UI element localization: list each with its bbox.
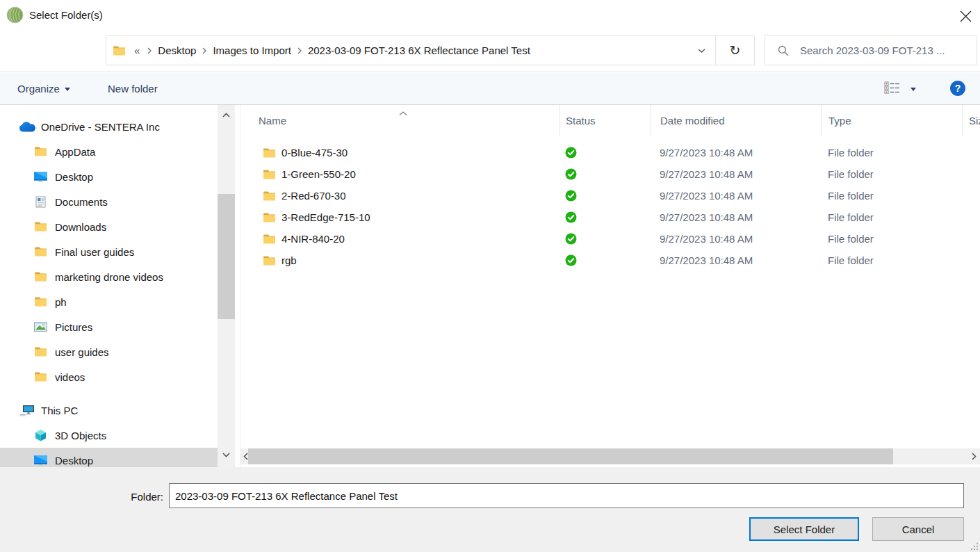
column-header-status[interactable]: Status bbox=[559, 105, 651, 136]
desktop-icon bbox=[33, 171, 48, 182]
file-type: File folder bbox=[821, 168, 962, 180]
search-input[interactable] bbox=[799, 44, 977, 57]
status-synced-icon bbox=[565, 211, 577, 223]
select-folders-dialog: Select Folder(s) ← → ↑ « bbox=[0, 0, 980, 552]
tree-item-icon bbox=[32, 455, 49, 466]
file-date-modified: 9/27/2023 10:48 AM bbox=[651, 233, 821, 245]
scroll-up-button[interactable] bbox=[218, 108, 235, 122]
file-row[interactable]: 0-Blue-475-30 9/27/2023 10:48 AM File fo… bbox=[240, 142, 980, 163]
cancel-button[interactable]: Cancel bbox=[872, 517, 964, 541]
tree-item-icon bbox=[32, 147, 49, 156]
address-dropdown-button[interactable] bbox=[698, 49, 705, 53]
file-name: 3-RedEdge-715-10 bbox=[281, 211, 370, 223]
file-row[interactable]: 2-Red-670-30 9/27/2023 10:48 AM File fol… bbox=[240, 185, 980, 206]
breadcrumb-label[interactable]: 2023-03-09 FOT-213 6X Reflectance Panel … bbox=[308, 44, 530, 56]
folder-icon bbox=[35, 347, 47, 357]
breadcrumb-item[interactable]: 2023-03-09 FOT-213 6X Reflectance Panel … bbox=[291, 44, 530, 56]
help-button[interactable]: ? bbox=[949, 80, 966, 97]
change-view-button[interactable] bbox=[884, 81, 900, 96]
chevron-up-icon bbox=[222, 113, 230, 117]
file-type: File folder bbox=[821, 211, 962, 223]
tree-item[interactable]: This PC bbox=[0, 398, 218, 423]
breadcrumb-overflow-indicator[interactable]: « bbox=[134, 44, 140, 56]
tree-item[interactable]: videos bbox=[0, 364, 218, 389]
column-header-type[interactable]: Type bbox=[821, 105, 962, 136]
tree-item[interactable]: marketing drone videos bbox=[0, 264, 218, 289]
file-date-modified: 9/27/2023 10:48 AM bbox=[651, 147, 821, 159]
organize-label: Organize bbox=[17, 83, 60, 95]
tree-item-icon bbox=[32, 347, 49, 357]
tree-item-icon bbox=[18, 405, 35, 416]
tree-item[interactable]: AppData bbox=[0, 139, 218, 164]
list-view-icon bbox=[884, 81, 900, 94]
chevron-right-icon bbox=[972, 453, 977, 460]
dialog-footer: Folder: Select Folder Cancel bbox=[0, 467, 980, 552]
select-folder-button[interactable]: Select Folder bbox=[749, 517, 859, 541]
breadcrumb-label[interactable]: Desktop bbox=[158, 44, 196, 56]
tree-item-label: 3D Objects bbox=[55, 430, 106, 441]
file-row[interactable]: 4-NIR-840-20 9/27/2023 10:48 AM File fol… bbox=[240, 228, 980, 250]
folder-icon bbox=[263, 234, 275, 244]
refresh-icon: ↻ bbox=[730, 42, 741, 58]
folder-icon bbox=[263, 256, 275, 266]
tree-item[interactable]: Pictures bbox=[0, 314, 218, 339]
command-toolbar: Organize New folder ? bbox=[0, 72, 980, 105]
svg-text:?: ? bbox=[955, 83, 961, 94]
folder-icon bbox=[35, 247, 47, 257]
folder-input[interactable] bbox=[169, 483, 964, 508]
file-row[interactable]: 1-Green-550-20 9/27/2023 10:48 AM File f… bbox=[240, 163, 980, 185]
resize-grip[interactable] bbox=[971, 543, 978, 550]
tree-item-icon bbox=[32, 322, 49, 332]
tree-item[interactable]: ph bbox=[0, 289, 218, 314]
tree-item-icon bbox=[32, 297, 49, 307]
address-bar[interactable]: « Desktop Images to Import 2023-03-09 F bbox=[106, 35, 716, 65]
scroll-right-button[interactable] bbox=[969, 448, 979, 464]
tree-item[interactable]: Desktop bbox=[0, 448, 218, 467]
tree-item[interactable]: Documents bbox=[0, 189, 218, 214]
file-date-modified: 9/27/2023 10:48 AM bbox=[651, 190, 821, 202]
column-header-date-modified[interactable]: Date modified bbox=[651, 105, 821, 136]
search-box[interactable] bbox=[765, 35, 977, 65]
tree-item[interactable]: 3D Objects bbox=[0, 423, 218, 448]
new-folder-label: New folder bbox=[108, 83, 158, 95]
view-options-dropdown[interactable] bbox=[910, 88, 916, 91]
tree-item[interactable]: OneDrive - SENTERA Inc bbox=[0, 114, 218, 139]
tree-item-icon bbox=[32, 247, 49, 257]
status-synced-icon bbox=[565, 233, 577, 245]
tree-item[interactable]: Desktop bbox=[0, 164, 218, 189]
address-folder-icon bbox=[113, 46, 125, 56]
refresh-button[interactable]: ↻ bbox=[715, 35, 755, 65]
tree-items: OneDrive - SENTERA Inc bbox=[0, 105, 240, 467]
tree-item[interactable]: Final user guides bbox=[0, 239, 218, 264]
horizontal-scrollbar-thumb[interactable] bbox=[248, 448, 893, 464]
tree-item[interactable]: Downloads bbox=[0, 214, 218, 239]
folder-icon bbox=[35, 222, 47, 232]
this-pc-icon bbox=[19, 405, 35, 416]
file-type: File folder bbox=[821, 147, 962, 159]
pictures-icon bbox=[34, 322, 47, 332]
file-name: 2-Red-670-30 bbox=[281, 190, 346, 202]
tree-item-label: AppData bbox=[55, 146, 95, 158]
file-row[interactable]: rgb 9/27/2023 10:48 AM File folder bbox=[240, 250, 980, 271]
column-header-size[interactable]: Size bbox=[962, 105, 980, 136]
sidebar-scrollbar[interactable] bbox=[218, 105, 235, 467]
tree-item[interactable]: user guides bbox=[0, 339, 218, 364]
onedrive-icon bbox=[19, 122, 35, 132]
file-row[interactable]: 3-RedEdge-715-10 9/27/2023 10:48 AM File… bbox=[240, 206, 980, 228]
breadcrumb-item[interactable]: Images to Import bbox=[196, 44, 291, 56]
tree-item-label: Desktop bbox=[55, 171, 93, 183]
sidebar-scrollbar-thumb[interactable] bbox=[218, 194, 235, 319]
file-name: 4-NIR-840-20 bbox=[281, 233, 345, 245]
scroll-down-button[interactable] bbox=[218, 448, 235, 462]
close-icon bbox=[960, 10, 972, 22]
close-button[interactable] bbox=[956, 7, 974, 25]
organize-button[interactable]: Organize bbox=[17, 72, 70, 104]
tree-item-icon bbox=[32, 222, 49, 232]
navigation-pane: OneDrive - SENTERA Inc bbox=[0, 105, 240, 467]
new-folder-button[interactable]: New folder bbox=[108, 72, 158, 104]
breadcrumb-label[interactable]: Images to Import bbox=[213, 44, 291, 56]
breadcrumb-item[interactable]: Desktop bbox=[140, 44, 196, 56]
file-name: 0-Blue-475-30 bbox=[281, 147, 348, 159]
horizontal-scrollbar[interactable] bbox=[240, 448, 980, 464]
title-bar: Select Folder(s) bbox=[0, 0, 980, 31]
